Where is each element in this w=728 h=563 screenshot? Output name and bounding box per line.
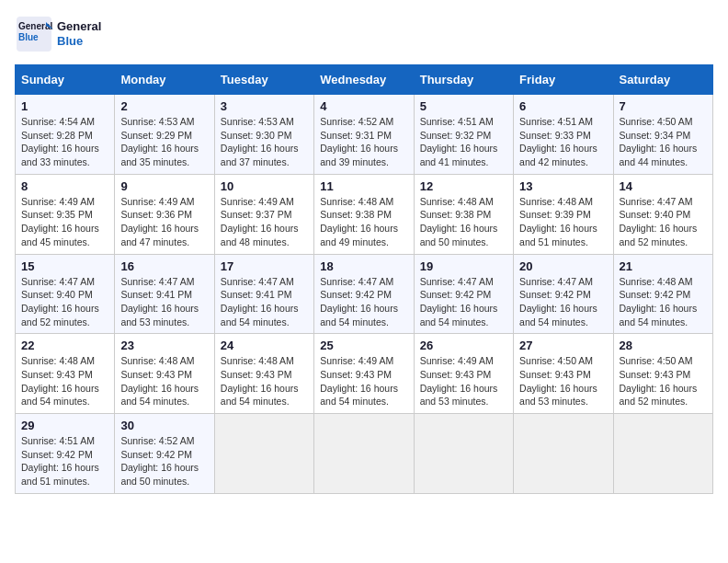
calendar-cell: 23Sunrise: 4:48 AMSunset: 9:43 PMDayligh… bbox=[115, 334, 214, 414]
header: General Blue General Blue bbox=[15, 15, 713, 53]
calendar-cell: 22Sunrise: 4:48 AMSunset: 9:43 PMDayligh… bbox=[16, 334, 115, 414]
day-number: 20 bbox=[519, 259, 607, 273]
day-info: Sunrise: 4:47 AMSunset: 9:40 PMDaylight:… bbox=[21, 275, 108, 329]
svg-text:Blue: Blue bbox=[18, 32, 39, 42]
day-number: 27 bbox=[519, 339, 607, 352]
day-number: 30 bbox=[120, 419, 208, 432]
day-number: 29 bbox=[21, 419, 108, 432]
calendar-cell: 13Sunrise: 4:48 AMSunset: 9:39 PMDayligh… bbox=[514, 174, 613, 254]
calendar-cell: 30Sunrise: 4:52 AMSunset: 9:42 PMDayligh… bbox=[115, 414, 214, 494]
day-info: Sunrise: 4:50 AMSunset: 9:43 PMDaylight:… bbox=[519, 354, 607, 408]
day-number: 4 bbox=[320, 99, 407, 113]
day-number: 18 bbox=[320, 259, 407, 273]
day-info: Sunrise: 4:48 AMSunset: 9:39 PMDaylight:… bbox=[519, 195, 607, 249]
day-number: 11 bbox=[320, 179, 407, 193]
day-number: 8 bbox=[21, 179, 108, 193]
day-info: Sunrise: 4:48 AMSunset: 9:43 PMDaylight:… bbox=[221, 354, 308, 408]
day-info: Sunrise: 4:49 AMSunset: 9:37 PMDaylight:… bbox=[221, 195, 308, 249]
day-info: Sunrise: 4:47 AMSunset: 9:42 PMDaylight:… bbox=[320, 275, 407, 329]
col-header-monday: Monday bbox=[115, 65, 214, 95]
calendar-cell: 26Sunrise: 4:49 AMSunset: 9:43 PMDayligh… bbox=[414, 334, 513, 414]
calendar-cell: 5Sunrise: 4:51 AMSunset: 9:32 PMDaylight… bbox=[414, 95, 513, 175]
day-info: Sunrise: 4:47 AMSunset: 9:42 PMDaylight:… bbox=[519, 275, 607, 329]
calendar-week-3: 15Sunrise: 4:47 AMSunset: 9:40 PMDayligh… bbox=[16, 254, 713, 334]
calendar-cell bbox=[314, 414, 414, 494]
calendar-cell: 18Sunrise: 4:47 AMSunset: 9:42 PMDayligh… bbox=[314, 254, 414, 334]
day-number: 2 bbox=[120, 99, 208, 113]
day-number: 16 bbox=[120, 259, 208, 273]
logo-text-general: General bbox=[57, 19, 101, 34]
day-number: 5 bbox=[420, 99, 507, 113]
day-info: Sunrise: 4:49 AMSunset: 9:43 PMDaylight:… bbox=[320, 354, 407, 408]
day-number: 6 bbox=[519, 99, 607, 113]
logo: General Blue General Blue bbox=[15, 15, 101, 53]
logo-svg: General Blue bbox=[15, 15, 53, 53]
col-header-saturday: Saturday bbox=[613, 65, 712, 95]
col-header-sunday: Sunday bbox=[16, 65, 115, 95]
calendar-cell: 19Sunrise: 4:47 AMSunset: 9:42 PMDayligh… bbox=[414, 254, 513, 334]
day-number: 13 bbox=[519, 179, 607, 193]
col-header-friday: Friday bbox=[514, 65, 613, 95]
calendar-cell: 28Sunrise: 4:50 AMSunset: 9:43 PMDayligh… bbox=[613, 334, 712, 414]
day-info: Sunrise: 4:51 AMSunset: 9:32 PMDaylight:… bbox=[420, 115, 507, 169]
day-info: Sunrise: 4:50 AMSunset: 9:34 PMDaylight:… bbox=[620, 115, 707, 169]
day-number: 3 bbox=[221, 99, 308, 113]
calendar-cell: 14Sunrise: 4:47 AMSunset: 9:40 PMDayligh… bbox=[613, 174, 712, 254]
col-header-wednesday: Wednesday bbox=[314, 65, 414, 95]
day-number: 1 bbox=[21, 99, 108, 113]
day-number: 28 bbox=[620, 339, 707, 352]
calendar-week-5: 29Sunrise: 4:51 AMSunset: 9:42 PMDayligh… bbox=[16, 414, 713, 494]
day-number: 19 bbox=[420, 259, 507, 273]
day-info: Sunrise: 4:51 AMSunset: 9:42 PMDaylight:… bbox=[21, 434, 108, 488]
calendar-cell bbox=[214, 414, 313, 494]
calendar-cell: 4Sunrise: 4:52 AMSunset: 9:31 PMDaylight… bbox=[314, 95, 414, 175]
day-info: Sunrise: 4:53 AMSunset: 9:30 PMDaylight:… bbox=[221, 115, 308, 169]
day-number: 10 bbox=[221, 179, 308, 193]
day-number: 22 bbox=[21, 339, 108, 352]
day-info: Sunrise: 4:53 AMSunset: 9:29 PMDaylight:… bbox=[120, 115, 208, 169]
calendar-cell: 11Sunrise: 4:48 AMSunset: 9:38 PMDayligh… bbox=[314, 174, 414, 254]
col-header-thursday: Thursday bbox=[414, 65, 513, 95]
calendar-cell: 6Sunrise: 4:51 AMSunset: 9:33 PMDaylight… bbox=[514, 95, 613, 175]
day-number: 15 bbox=[21, 259, 108, 273]
calendar-table: SundayMondayTuesdayWednesdayThursdayFrid… bbox=[15, 64, 713, 494]
day-number: 7 bbox=[620, 99, 707, 113]
calendar-cell: 21Sunrise: 4:48 AMSunset: 9:42 PMDayligh… bbox=[613, 254, 712, 334]
day-info: Sunrise: 4:52 AMSunset: 9:42 PMDaylight:… bbox=[120, 434, 208, 488]
calendar-cell: 1Sunrise: 4:54 AMSunset: 9:28 PMDaylight… bbox=[16, 95, 115, 175]
day-number: 23 bbox=[120, 339, 208, 352]
calendar-cell: 10Sunrise: 4:49 AMSunset: 9:37 PMDayligh… bbox=[214, 174, 313, 254]
calendar-cell: 7Sunrise: 4:50 AMSunset: 9:34 PMDaylight… bbox=[613, 95, 712, 175]
day-info: Sunrise: 4:48 AMSunset: 9:38 PMDaylight:… bbox=[420, 195, 507, 249]
calendar-cell: 8Sunrise: 4:49 AMSunset: 9:35 PMDaylight… bbox=[16, 174, 115, 254]
day-number: 9 bbox=[120, 179, 208, 193]
day-info: Sunrise: 4:47 AMSunset: 9:41 PMDaylight:… bbox=[120, 275, 208, 329]
calendar-cell: 29Sunrise: 4:51 AMSunset: 9:42 PMDayligh… bbox=[16, 414, 115, 494]
day-info: Sunrise: 4:47 AMSunset: 9:41 PMDaylight:… bbox=[221, 275, 308, 329]
day-number: 12 bbox=[420, 179, 507, 193]
calendar-cell bbox=[613, 414, 712, 494]
calendar-week-4: 22Sunrise: 4:48 AMSunset: 9:43 PMDayligh… bbox=[16, 334, 713, 414]
col-header-tuesday: Tuesday bbox=[214, 65, 313, 95]
calendar-cell: 17Sunrise: 4:47 AMSunset: 9:41 PMDayligh… bbox=[214, 254, 313, 334]
day-info: Sunrise: 4:48 AMSunset: 9:42 PMDaylight:… bbox=[620, 275, 707, 329]
day-info: Sunrise: 4:52 AMSunset: 9:31 PMDaylight:… bbox=[320, 115, 407, 169]
day-number: 21 bbox=[620, 259, 707, 273]
calendar-cell: 15Sunrise: 4:47 AMSunset: 9:40 PMDayligh… bbox=[16, 254, 115, 334]
day-info: Sunrise: 4:48 AMSunset: 9:43 PMDaylight:… bbox=[120, 354, 208, 408]
day-number: 14 bbox=[620, 179, 707, 193]
calendar-cell: 16Sunrise: 4:47 AMSunset: 9:41 PMDayligh… bbox=[115, 254, 214, 334]
day-info: Sunrise: 4:49 AMSunset: 9:35 PMDaylight:… bbox=[21, 195, 108, 249]
header-row: SundayMondayTuesdayWednesdayThursdayFrid… bbox=[16, 65, 713, 95]
day-info: Sunrise: 4:49 AMSunset: 9:43 PMDaylight:… bbox=[420, 354, 507, 408]
calendar-cell: 24Sunrise: 4:48 AMSunset: 9:43 PMDayligh… bbox=[214, 334, 313, 414]
calendar-cell: 25Sunrise: 4:49 AMSunset: 9:43 PMDayligh… bbox=[314, 334, 414, 414]
calendar-cell: 9Sunrise: 4:49 AMSunset: 9:36 PMDaylight… bbox=[115, 174, 214, 254]
day-info: Sunrise: 4:51 AMSunset: 9:33 PMDaylight:… bbox=[519, 115, 607, 169]
day-info: Sunrise: 4:48 AMSunset: 9:38 PMDaylight:… bbox=[320, 195, 407, 249]
calendar-cell: 3Sunrise: 4:53 AMSunset: 9:30 PMDaylight… bbox=[214, 95, 313, 175]
calendar-cell bbox=[414, 414, 513, 494]
calendar-cell: 27Sunrise: 4:50 AMSunset: 9:43 PMDayligh… bbox=[514, 334, 613, 414]
calendar-cell: 12Sunrise: 4:48 AMSunset: 9:38 PMDayligh… bbox=[414, 174, 513, 254]
logo-text-blue: Blue bbox=[57, 34, 101, 49]
